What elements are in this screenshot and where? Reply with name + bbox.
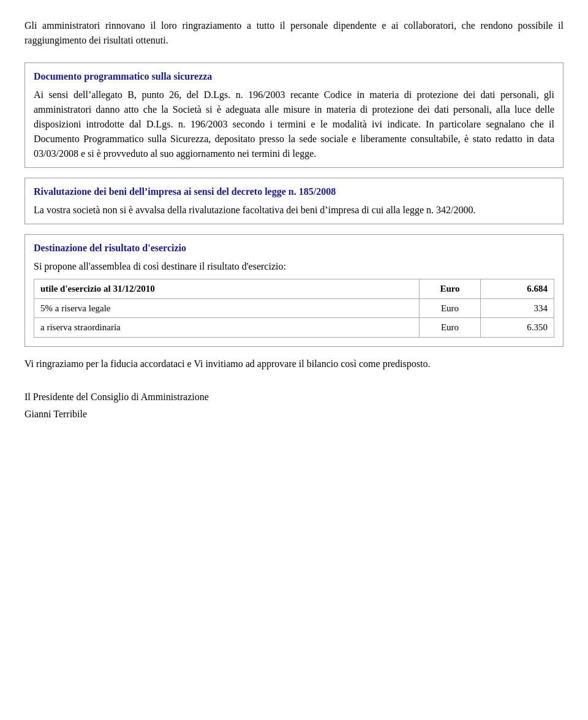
section-sicurezza: Documento programmatico sulla sicurezza … (24, 63, 564, 168)
table-cell-amount: 334 (481, 298, 554, 318)
signature-title: Il Presidente del Consiglio di Amministr… (24, 390, 564, 404)
table-cell-currency: Euro (420, 279, 481, 299)
table-cell-label: utile d'esercizio al 31/12/2010 (34, 279, 420, 299)
table-cell-currency: Euro (420, 318, 481, 338)
signature-block: Il Presidente del Consiglio di Amministr… (24, 390, 564, 422)
table-row: utile d'esercizio al 31/12/2010Euro6.684 (34, 279, 554, 299)
table-cell-currency: Euro (420, 298, 481, 318)
intro-paragraph: Gli amministratori rinnovano il loro rin… (24, 18, 564, 48)
section-destinazione-title: Destinazione del risultato d'esercizio (34, 241, 554, 256)
table-cell-label: 5% a riserva legale (34, 298, 420, 318)
section-sicurezza-content: Ai sensi dell’allegato B, punto 26, del … (34, 88, 554, 161)
section-rivalutazione-title: Rivalutazione dei beni dell’impresa ai s… (34, 184, 554, 199)
section-rivalutazione-content: La vostra società non si è avvalsa della… (34, 203, 554, 218)
signature-name: Gianni Terribile (24, 407, 564, 422)
section-sicurezza-title: Documento programmatico sulla sicurezza (34, 69, 554, 84)
section-destinazione: Destinazione del risultato d'esercizio S… (24, 234, 564, 347)
financial-table: utile d'esercizio al 31/12/2010Euro6.684… (34, 279, 554, 338)
table-row: a riserva straordinariaEuro6.350 (34, 318, 554, 338)
table-cell-amount: 6.350 (481, 318, 554, 338)
table-row: 5% a riserva legaleEuro334 (34, 298, 554, 318)
table-cell-amount: 6.684 (481, 279, 554, 299)
closing-paragraph: Vi ringraziamo per la fiducia accordatac… (24, 357, 564, 371)
table-cell-label: a riserva straordinaria (34, 318, 420, 338)
destinazione-intro: Si propone all'assemblea di così destina… (34, 259, 554, 274)
section-rivalutazione: Rivalutazione dei beni dell’impresa ai s… (24, 178, 564, 224)
